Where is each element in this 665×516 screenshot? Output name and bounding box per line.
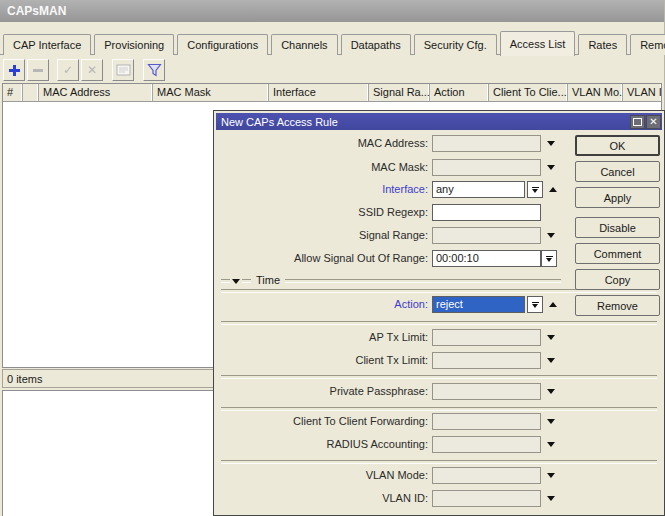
tab-provisioning[interactable]: Provisioning: [94, 34, 174, 55]
add-button[interactable]: [3, 59, 25, 81]
field-row-vlan-mode: VLAN Mode:: [216, 467, 662, 485]
filter-funnel-icon: [147, 63, 162, 77]
ap-tx-limit-dropdown-icon[interactable]: [547, 335, 555, 340]
tab-access-list[interactable]: Access List: [500, 31, 576, 56]
interface-combo-button[interactable]: [527, 181, 543, 198]
window-titlebar: CAPsMAN: [0, 0, 664, 22]
column-header-flags[interactable]: [23, 84, 39, 101]
combo-down-icon: [532, 189, 538, 193]
comment-rule-button[interactable]: Comment: [575, 243, 660, 264]
field-row-radius-accounting: RADIUS Accounting:: [216, 436, 662, 454]
tab-bar: CAP Interface Provisioning Configuration…: [0, 27, 664, 55]
column-header-signal-range[interactable]: Signal Ra...: [369, 84, 430, 101]
mac-address-label: MAC Address:: [216, 137, 428, 149]
column-header-vlan-mode[interactable]: VLAN Mo...: [568, 84, 623, 101]
combo-down-icon: [532, 304, 538, 308]
column-header-mac-address[interactable]: MAC Address: [39, 84, 153, 101]
client-tx-limit-label: Client Tx Limit:: [216, 354, 428, 366]
action-label: Action:: [216, 298, 428, 310]
vlan-mode-input: [432, 467, 541, 484]
separator: [221, 407, 657, 411]
remove-rule-button[interactable]: Remove: [575, 295, 660, 316]
tab-datapaths[interactable]: Datapaths: [341, 34, 411, 55]
action-input[interactable]: reject: [432, 296, 525, 313]
remove-button: [27, 59, 49, 81]
private-passphrase-input: [432, 383, 541, 400]
tab-security-cfg[interactable]: Security Cfg.: [414, 34, 497, 55]
combo-bar-icon: [532, 187, 539, 188]
toolbar: ✓ ✕: [3, 58, 167, 82]
maximize-button[interactable]: [630, 115, 645, 129]
ap-tx-limit-input: [432, 329, 541, 346]
maximize-icon: [633, 118, 642, 126]
dialog-titlebar: New CAPs Access Rule ✕: [216, 113, 662, 130]
action-combo-button[interactable]: [527, 296, 543, 313]
vlan-id-dropdown-icon[interactable]: [547, 496, 555, 501]
filter-button[interactable]: [143, 59, 165, 81]
column-header-interface[interactable]: Interface: [269, 84, 369, 101]
interface-label: Interface:: [216, 183, 428, 195]
tab-channels[interactable]: Channels: [271, 34, 337, 55]
separator: [221, 460, 657, 464]
ssid-regexp-label: SSID Regexp:: [216, 206, 428, 218]
action-collapse-icon[interactable]: [549, 302, 557, 307]
x-icon: ✕: [87, 64, 97, 76]
radius-accounting-dropdown-icon[interactable]: [547, 442, 555, 447]
allow-signal-input[interactable]: 00:00:10: [432, 250, 541, 267]
column-header-client-to-client[interactable]: Client To Clie...: [489, 84, 568, 101]
vlan-mode-label: VLAN Mode:: [216, 469, 428, 481]
new-caps-access-rule-dialog: New CAPs Access Rule ✕ MAC Address: MAC …: [213, 110, 665, 516]
interface-collapse-icon[interactable]: [549, 187, 557, 192]
disable-rule-button[interactable]: Disable: [575, 217, 660, 238]
column-header-number[interactable]: #: [3, 84, 23, 101]
client-to-client-forwarding-input: [432, 413, 541, 430]
column-header-action[interactable]: Action: [430, 84, 489, 101]
tab-cap-interface[interactable]: CAP Interface: [3, 34, 91, 55]
action-selected-text: reject: [433, 297, 524, 312]
dialog-body: MAC Address: MAC Mask: Interface: any: [216, 130, 662, 513]
time-section-header[interactable]: Time: [221, 275, 561, 287]
mac-mask-label: MAC Mask:: [216, 161, 428, 173]
field-row-client-tx-limit: Client Tx Limit:: [216, 352, 662, 370]
table-header-row: # MAC Address MAC Mask Interface Signal …: [3, 84, 661, 102]
comment-button: [112, 59, 134, 81]
vlan-mode-dropdown-icon[interactable]: [547, 473, 555, 478]
combo-bar-icon: [532, 302, 539, 303]
signal-range-dropdown-icon[interactable]: [547, 233, 555, 238]
interface-input[interactable]: any: [432, 181, 525, 198]
radius-accounting-label: RADIUS Accounting:: [216, 438, 428, 450]
apply-button[interactable]: Apply: [575, 187, 660, 208]
cancel-button[interactable]: Cancel: [575, 161, 660, 182]
column-header-mac-mask[interactable]: MAC Mask: [153, 84, 269, 101]
column-header-vlan-id[interactable]: VLAN I: [623, 84, 661, 101]
mac-address-dropdown-icon[interactable]: [547, 141, 555, 146]
field-row-private-passphrase: Private Passphrase:: [216, 383, 662, 401]
client-tx-limit-dropdown-icon[interactable]: [547, 358, 555, 363]
vlan-id-label: VLAN ID:: [216, 492, 428, 504]
allow-signal-label: Allow Signal Out Of Range:: [216, 252, 428, 264]
mac-address-input: [432, 135, 541, 152]
client-to-client-forwarding-dropdown-icon[interactable]: [547, 419, 555, 424]
combo-down-icon: [546, 258, 552, 262]
mac-mask-dropdown-icon[interactable]: [547, 165, 555, 170]
allow-signal-combo-button[interactable]: [541, 250, 557, 267]
private-passphrase-dropdown-icon[interactable]: [547, 389, 555, 394]
close-icon: ✕: [649, 117, 657, 127]
copy-button[interactable]: Copy: [575, 269, 660, 290]
capsman-window: CAPsMAN CAP Interface Provisioning Confi…: [0, 0, 665, 516]
ssid-regexp-input[interactable]: [432, 204, 541, 221]
mac-mask-input: [432, 159, 541, 176]
separator: [221, 321, 657, 325]
dialog-title: New CAPs Access Rule: [216, 116, 338, 128]
separator: [221, 375, 657, 379]
close-button[interactable]: ✕: [646, 115, 661, 129]
client-to-client-forwarding-label: Client To Client Forwarding:: [216, 415, 428, 427]
ok-button[interactable]: OK: [575, 135, 660, 156]
tab-configurations[interactable]: Configurations: [177, 34, 268, 55]
radius-accounting-input: [432, 436, 541, 453]
time-section-label: Time: [251, 274, 285, 288]
tab-rates[interactable]: Rates: [578, 34, 627, 55]
plus-icon: [8, 64, 21, 77]
private-passphrase-label: Private Passphrase:: [216, 385, 428, 397]
tab-remote-cap[interactable]: Remote CAP: [630, 34, 665, 55]
